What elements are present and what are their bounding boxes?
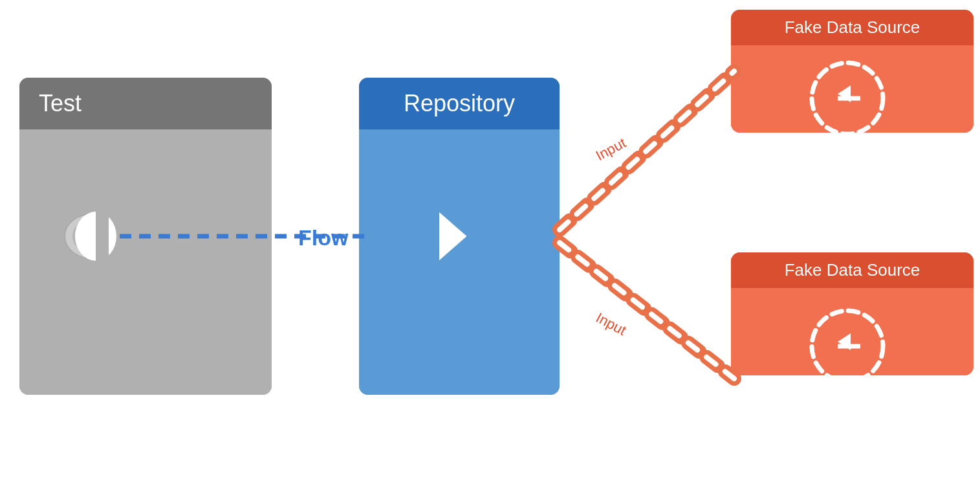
svg-line-5 [560, 243, 734, 379]
fake-data-source-2[interactable]: Fake Data Source [731, 252, 974, 375]
input-label-bottom: Input [593, 309, 629, 339]
fds2-title: Fake Data Source [785, 260, 920, 280]
svg-line-4 [560, 71, 734, 230]
repo-header: Repository [359, 78, 560, 129]
flow-label: Flow [298, 225, 348, 250]
test-body [19, 129, 272, 395]
repo-title: Repository [404, 90, 515, 117]
repository-block[interactable]: Repository [359, 78, 560, 395]
fds2-body [731, 288, 974, 375]
test-block[interactable]: Test [19, 78, 272, 395]
svg-line-6 [560, 243, 734, 379]
fds1-title: Fake Data Source [785, 17, 920, 38]
test-title: Test [39, 90, 82, 117]
canvas: Test Repository Fake Data Source Fake Da… [0, 0, 980, 477]
input-label-top: Input [593, 135, 629, 164]
fds2-header: Fake Data Source [731, 252, 974, 288]
svg-line-3 [560, 71, 734, 230]
repo-body [359, 129, 560, 395]
fake-data-source-1[interactable]: Fake Data Source [731, 10, 974, 133]
test-header: Test [19, 78, 272, 129]
fds1-body [731, 45, 974, 133]
fds1-header: Fake Data Source [731, 10, 974, 45]
